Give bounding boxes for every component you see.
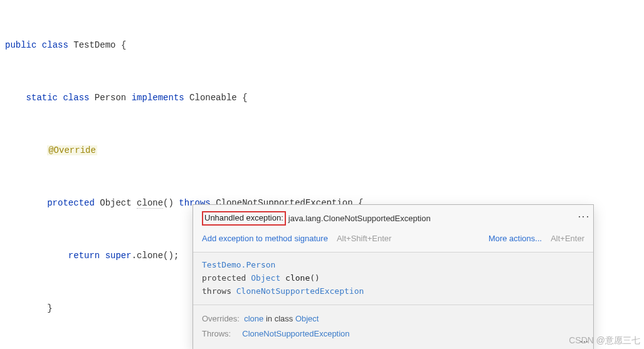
kebab-menu-icon[interactable]: ⋮	[580, 211, 587, 221]
code-line[interactable]: static class Person implements Cloneable…	[5, 89, 644, 107]
doc-throws-kw: throws	[202, 286, 231, 296]
error-label: Unhandled exception:	[202, 211, 286, 226]
tooltip-actions-row: Add exception to method signature Alt+Sh…	[193, 229, 593, 253]
meta-overrides-method[interactable]: clone	[244, 314, 263, 323]
kw-class: class	[63, 93, 89, 103]
more-actions-link[interactable]: More actions...	[488, 233, 542, 244]
kw-implements: implements	[132, 93, 184, 103]
doc-owner-class: TestDemo.Person	[202, 260, 275, 269]
kw-static: static	[26, 93, 58, 103]
brace: {	[121, 40, 126, 50]
class-name: Person	[95, 93, 126, 103]
class-name: TestDemo	[73, 40, 115, 50]
meta-throws-exception[interactable]: CloneNotSupportedException	[242, 329, 349, 338]
kw-protected: protected	[47, 198, 95, 208]
brace: {	[242, 93, 247, 103]
method-name: clone	[137, 198, 163, 209]
brace: }	[47, 303, 52, 313]
tooltip-doc-section: TestDemo.Person protected Object clone()…	[193, 253, 593, 305]
return-type: Object	[100, 198, 131, 208]
code-line[interactable]: public class TestDemo {	[5, 36, 644, 54]
meta-in-text: in class	[266, 314, 293, 323]
shortcut-text: Alt+Enter	[551, 233, 584, 244]
annotation-override: @Override	[47, 145, 97, 155]
interface-name: Cloneable	[189, 93, 237, 103]
fix-link-add-exception[interactable]: Add exception to method signature	[202, 233, 328, 244]
doc-exception-type: CloneNotSupportedException	[236, 286, 364, 296]
error-tooltip: ⋮ Unhandled exception: java.lang.CloneNo…	[193, 204, 594, 349]
method-call: .clone();	[132, 251, 179, 261]
meta-overrides-class[interactable]: Object	[295, 314, 319, 323]
doc-method-name: clone	[285, 273, 310, 283]
doc-modifier: protected	[202, 273, 246, 283]
tooltip-error-row: Unhandled exception: java.lang.CloneNotS…	[193, 205, 593, 229]
tooltip-meta-section: Overrides: clone in class Object Throws:…	[193, 305, 593, 349]
code-line[interactable]: @Override	[5, 142, 644, 159]
kw-return: return	[68, 251, 100, 261]
error-exception-name: java.lang.CloneNotSupportedException	[288, 213, 431, 224]
shortcut-text: Alt+Shift+Enter	[337, 233, 391, 244]
kw-public: public	[5, 40, 36, 50]
kw-super: super	[105, 251, 132, 261]
doc-return-type: Object	[251, 273, 280, 283]
parens: ()	[163, 198, 174, 208]
meta-throws-label: Throws:	[202, 329, 231, 338]
doc-parens: ()	[310, 273, 320, 283]
kebab-menu-icon[interactable]: ⋮	[582, 338, 587, 346]
meta-overrides-label: Overrides:	[202, 314, 240, 323]
kw-class: class	[42, 40, 68, 50]
